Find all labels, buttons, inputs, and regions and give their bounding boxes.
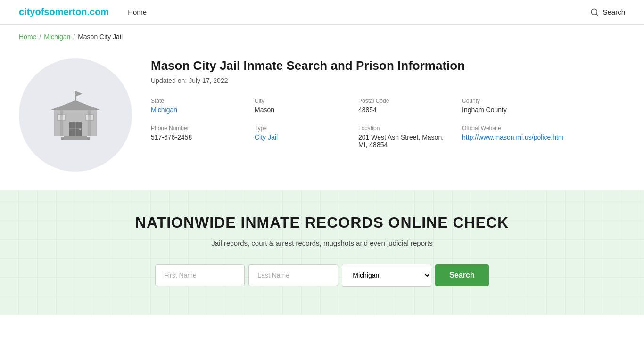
facility-image-container xyxy=(19,58,132,172)
bottom-section: NATIONWIDE INMATE RECORDS ONLINE CHECK J… xyxy=(0,190,644,315)
nav-home[interactable]: Home xyxy=(128,8,147,16)
search-icon xyxy=(590,8,599,16)
breadcrumb: Home / Michigan / Mason City Jail xyxy=(0,25,644,49)
info-phone: Phone Number 517-676-2458 xyxy=(151,125,245,148)
info-postal: Postal Code 48854 xyxy=(358,98,453,114)
header: cityofsomerton.com Home Search xyxy=(0,0,644,25)
svg-rect-11 xyxy=(61,137,90,140)
search-form: AlabamaAlaskaArizonaArkansasCaliforniaCo… xyxy=(155,264,488,287)
facility-info: Mason City Jail Inmate Search and Prison… xyxy=(151,58,625,148)
svg-line-1 xyxy=(596,14,598,15)
info-type: Type City Jail xyxy=(255,125,349,148)
info-city: City Mason xyxy=(255,98,349,114)
info-county: County Ingham County xyxy=(462,98,580,114)
first-name-input[interactable] xyxy=(155,264,245,286)
search-button[interactable]: Search xyxy=(435,264,488,286)
facility-updated: Updated on: July 17, 2022 xyxy=(151,77,625,84)
svg-marker-5 xyxy=(51,100,100,110)
svg-marker-3 xyxy=(75,91,83,97)
city-label: City xyxy=(255,98,349,104)
svg-rect-12 xyxy=(60,110,63,136)
county-value: Ingham County xyxy=(462,106,580,114)
type-label: Type xyxy=(255,125,349,132)
city-value: Mason xyxy=(255,106,349,114)
main-content: Mason City Jail Inmate Search and Prison… xyxy=(0,49,644,190)
type-value[interactable]: City Jail xyxy=(255,133,278,141)
breadcrumb-state[interactable]: Michigan xyxy=(44,33,70,41)
nationwide-subtitle: Jail records, court & arrest records, mu… xyxy=(211,239,432,247)
info-location: Location 201 West Ash Street, Mason, MI,… xyxy=(358,125,453,148)
state-select[interactable]: AlabamaAlaskaArizonaArkansasCaliforniaCo… xyxy=(342,264,431,287)
facility-title: Mason City Jail Inmate Search and Prison… xyxy=(151,58,625,73)
county-label: County xyxy=(462,98,580,104)
website-value[interactable]: http://www.mason.mi.us/police.htm xyxy=(462,133,564,141)
state-value[interactable]: Michigan xyxy=(151,106,177,114)
location-label: Location xyxy=(358,125,453,132)
phone-value: 517-676-2458 xyxy=(151,133,245,141)
last-name-input[interactable] xyxy=(248,264,338,286)
postal-label: Postal Code xyxy=(358,98,453,104)
logo[interactable]: cityofsomerton.com xyxy=(19,7,109,17)
header-left: cityofsomerton.com Home xyxy=(19,7,147,17)
header-search-label: Search xyxy=(603,8,625,16)
phone-label: Phone Number xyxy=(151,125,245,132)
location-value: 201 West Ash Street, Mason, MI, 48854 xyxy=(358,133,453,148)
info-grid: State Michigan City Mason Postal Code 48… xyxy=(151,98,625,148)
breadcrumb-sep-2: / xyxy=(73,33,75,41)
building-icon xyxy=(42,86,108,144)
state-label: State xyxy=(151,98,245,104)
breadcrumb-home[interactable]: Home xyxy=(19,33,36,41)
nationwide-title: NATIONWIDE INMATE RECORDS ONLINE CHECK xyxy=(135,214,509,231)
svg-rect-13 xyxy=(88,110,91,136)
info-state: State Michigan xyxy=(151,98,245,114)
breadcrumb-sep-1: / xyxy=(39,33,41,41)
website-label: Official Website xyxy=(462,125,580,132)
breadcrumb-current: Mason City Jail xyxy=(78,33,123,41)
info-website: Official Website http://www.mason.mi.us/… xyxy=(462,125,580,148)
header-search[interactable]: Search xyxy=(590,8,625,16)
postal-value: 48854 xyxy=(358,106,453,114)
